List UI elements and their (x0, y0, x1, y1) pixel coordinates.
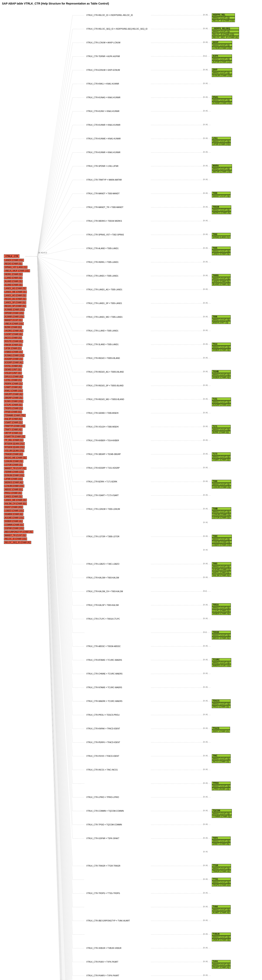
target-table-name: TVAK (212, 905, 231, 908)
source-field-label: SPDNR (CHAR (10)) (4, 312, 24, 315)
target-table: AUFKMANDT (CLNT (3))AUFNR (CHAR (12)) (212, 54, 232, 63)
source-field: KUNIV (CHAR (10)) (4, 400, 23, 403)
mapping-label: VTRLK_CTR-NTAWE = TCURC-WAERS (86, 686, 122, 689)
target-table-name: T014 (212, 343, 231, 345)
cardinality-right: (0..N) (203, 233, 208, 235)
mapping-label: VTRLK_CTR-SPDNR = LFA1-LIFNR (86, 165, 118, 167)
target-column: MANDT (CLNT (3)) (212, 661, 231, 664)
source-field: VBELN (CHAR (10)) (4, 322, 24, 325)
cardinality-right: (0..N) (203, 700, 208, 702)
source-field-label: /BEV1/RPONGTYP (CHAR (4)) (4, 530, 34, 533)
mapping-label: VTRLK_CTR-LAND1 = T005-LAND1 (86, 275, 118, 277)
source-field: LANDX (CHAR (15)) (4, 259, 24, 262)
target-column: KKBER (CHAR (4)) (212, 376, 231, 379)
target-table-name: TSFK (212, 837, 231, 840)
mapping-label: VTRLK_CTR-KKBER = T014-KKBER (86, 439, 119, 442)
target-table: T151MANDT (CLNT (3))KDGRP (CHAR (2)) (212, 398, 231, 406)
mapping-label: VTRLK_CTR-GSFNR = TSFK-SFAKT (86, 837, 119, 840)
target-table-name: AUFK (212, 54, 232, 57)
target-column: LAND1 (CHAR (3)) (212, 280, 231, 283)
cardinality-right: (0..N) (203, 425, 208, 427)
target-table-name: T171 (212, 425, 231, 428)
target-table: T006MANDT (CLNT (3))MSEHI (UNIT (3)) (212, 315, 231, 324)
cardinality-right: (0..N) (203, 892, 208, 894)
source-field-label: RELOC_ID (CHAR (10)) (4, 538, 27, 540)
cardinality-right: (0..N) (203, 563, 208, 565)
target-column: SPRAS (LANG (1)) (212, 236, 231, 239)
mapping-label: VTRLK_CTR-LGTOR = T30B-LGTOR (86, 536, 120, 538)
source-field: BZIRK (CHAR (6)) (4, 326, 22, 329)
target-column: MANDT (CLNT (3)) (212, 140, 231, 143)
cardinality-right: (0,1) (203, 55, 207, 57)
source-field: MANDT (CLNT (3)) (4, 319, 23, 321)
cardinality-right: (0..N) (203, 384, 208, 386)
source-field: TPSID (CHAR (5)) (4, 410, 22, 414)
source-field-label: TRATY (CHAR (4)) (4, 428, 22, 431)
mapping-label: VTRLK_CTR-KUNAG = KNA1-KUNNR (86, 96, 120, 99)
source-field-label: FAKSK (CHAR (2)) (4, 344, 22, 346)
target-table-name: LFA1 (212, 137, 231, 140)
mapping-label: VTRLK_CTR-REGIO_SP = T005S-BLAND (86, 385, 123, 387)
target-column: LPRIO (NUMC (2)) (212, 788, 231, 791)
target-column: MANDT (CLNT (3)) (212, 318, 231, 321)
target-table-name: /ISDFPS_REL (212, 13, 235, 16)
source-field-label: VOLUM (QUAN (15)) (4, 449, 24, 452)
cardinality-right: (0..N) (203, 151, 208, 153)
source-field-label: LGTOR (CHAR (3)) (4, 463, 23, 466)
source-field: TRMTYP (CHAR (18)) (4, 425, 25, 428)
source-field-label: LGNUM (CHAR (3)) (4, 460, 23, 463)
cardinality-right: (0..N) (203, 343, 208, 345)
root-table-name: VTRLK_CTR (4, 255, 19, 258)
mapping-label: VTRLK_CTR-VKBUR = TVBUR-VKBUR (86, 947, 121, 949)
source-field: GRULG (CHAR (4)) (4, 375, 23, 378)
source-field-label: MANDT (CLNT (3)) (4, 319, 23, 321)
cardinality-right: (0..N) (203, 686, 208, 688)
source-field: LIFNR (CHAR (10)) (4, 477, 23, 480)
target-column: LGNUM (CHAR (3)) (212, 541, 232, 544)
target-table-name: TDGC5 (212, 699, 231, 702)
source-field: BTGEW (QUAN (15)) (4, 442, 25, 445)
mapping-label: VTRLK_CTR-KNFAK = TFACD-IDENT (86, 727, 120, 730)
target-table-name: T691A (212, 603, 231, 606)
cardinality-right: (0..N) (203, 398, 208, 400)
cardinality-right: (0..N) (203, 905, 208, 907)
target-column: MANDT (CLNT (3)) (212, 167, 232, 170)
target-column: TRSPG (CHAR (2)) (212, 884, 231, 886)
mapping-label: VTRLK_CTR-WAERK = TCURC-WAERS (86, 700, 122, 702)
source-field: LFART (CHAR (4)) (4, 386, 22, 389)
source-field-label: TDNAME (CHAR (70)) (4, 414, 26, 417)
source-field-label: TERNR (CHAR (12)) (4, 470, 24, 473)
target-table-name: EIKP (212, 68, 232, 71)
target-table-name: T683 (212, 562, 231, 565)
source-field-label: LGBZO (CHAR (10)) (4, 509, 24, 512)
target-table-name: KNA1 (212, 95, 232, 99)
target-table-name: T005 (212, 247, 231, 250)
source-field-label: PERFK (CHAR (2)) (4, 382, 23, 385)
mapping-label: VTRLK_CTR-LGNUM = T300-LGNUM (86, 508, 120, 510)
target-column: ABSSC (CHAR (6)) (212, 636, 231, 640)
target-table: T024BMANDT (CLNT (3))KKBER (CHAR (4)) (212, 370, 231, 379)
source-field-label: GSFNR (CHAR (10)) (4, 527, 24, 530)
target-column: LCNUM (CHAR (10)) (212, 47, 232, 49)
target-column: MANDT (CLNT (3)) (212, 867, 231, 870)
source-field: TRATY (CHAR (4)) (4, 428, 22, 431)
mapping-label: VTRLK_CTR-KALSP = T683-KALSM (86, 604, 119, 606)
cardinality-right: (0..N) (203, 453, 208, 455)
source-field-label: TRMTYP (CHAR (18)) (4, 425, 25, 428)
target-column: RELOC_ID (CHAR (10)) (212, 33, 239, 36)
source-field-label: LCNUM (CHAR (10)) (4, 485, 24, 487)
target-table: TTGRMANDT (CLNT (3))TRAGR (CHAR (4)) (212, 864, 231, 873)
source-field: SLAND (CHAR (3)) (4, 283, 23, 286)
source-field-label: LGORT (CHAR (4)) (4, 333, 23, 336)
source-field-label: TRSPG (CHAR (2)) (4, 407, 23, 410)
source-field-label: LAND1_AG (CHAR (3)) (4, 287, 27, 290)
source-field: LAND1_AO (CHAR (3)) (4, 294, 27, 297)
source-field-label: VKORG (CHAR (4)) (4, 329, 23, 332)
target-table: TVAKMANDT (CLNT (3))AUART (CHAR (4)) (212, 905, 231, 914)
cardinality-right: (0..N) (203, 178, 208, 180)
root-table: VTRLK_CTR (4, 255, 19, 258)
source-field-label: WERKS (CHAR (4)) (4, 481, 23, 484)
source-field-label: LIFNR (CHAR (10)) (4, 477, 23, 480)
target-table-name: T024B (212, 370, 231, 373)
source-field: CTLPC (CHAR (3)) (4, 403, 23, 406)
